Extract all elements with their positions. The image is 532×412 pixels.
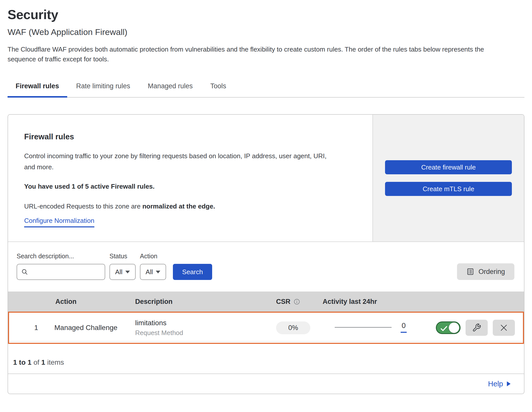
summary-total: 1	[41, 358, 45, 366]
hero-info: Firewall rules Control incoming traffic …	[8, 115, 372, 241]
hero-description: Control incoming traffic to your zone by…	[24, 150, 336, 173]
activity-count-link[interactable]: 0	[401, 321, 407, 333]
table-header: Action Description CSR Activity last 24h…	[8, 292, 524, 312]
normalization-bold: normalized at the edge.	[142, 202, 215, 210]
chevron-down-icon	[156, 271, 160, 273]
action-label: Action	[140, 253, 166, 260]
status-group: Status All	[109, 253, 136, 280]
rules-tab-bar: Firewall rules Rate limiting rules Manag…	[8, 79, 524, 98]
filter-bar: Search description... Status All	[8, 242, 524, 292]
hero-heading: Firewall rules	[24, 132, 350, 141]
header-action: Action	[48, 298, 135, 306]
delete-rule-button[interactable]	[493, 320, 515, 336]
rule-activity: 0	[323, 321, 428, 334]
action-select-value: All	[146, 268, 153, 276]
ordering-button[interactable]: Ordering	[457, 263, 514, 280]
help-link-label: Help	[488, 380, 503, 388]
rule-description: limitations Request Method	[135, 319, 276, 337]
page-title: Security	[8, 7, 524, 22]
tab-firewall-rules[interactable]: Firewall rules	[8, 79, 67, 97]
rules-usage-text: You have used 1 of 5 active Firewall rul…	[24, 183, 350, 190]
create-mtls-rule-button[interactable]: Create mTLS rule	[385, 182, 512, 196]
ordering-button-label: Ordering	[478, 268, 505, 276]
summary-of: of	[33, 358, 39, 366]
rule-controls	[428, 320, 523, 336]
search-box	[17, 264, 105, 280]
search-label: Search description...	[17, 253, 105, 260]
chevron-right-icon	[507, 381, 511, 387]
header-description: Description	[135, 298, 276, 306]
rule-enabled-toggle[interactable]	[436, 321, 461, 334]
toggle-knob	[449, 322, 459, 333]
rule-description-name[interactable]: limitations	[135, 319, 276, 327]
search-input[interactable]	[31, 265, 112, 279]
page-description: The Cloudflare WAF provides both automat…	[8, 45, 506, 64]
header-activity: Activity last 24hr	[323, 298, 428, 306]
tab-managed-rules[interactable]: Managed rules	[148, 79, 193, 97]
summary-items: items	[47, 358, 64, 366]
normalization-prefix: URL-encoded Requests to this zone are	[24, 202, 142, 210]
header-csr: CSR	[276, 298, 323, 306]
status-select-value: All	[115, 268, 123, 276]
table-summary: 1 to 1 of 1 items	[8, 344, 524, 374]
search-icon	[21, 268, 28, 275]
rule-priority: 1	[9, 324, 48, 332]
ordering-list-icon	[466, 268, 474, 276]
rule-action: Managed Challenge	[48, 324, 135, 332]
table-row: 1 Managed Challenge limitations Request …	[8, 312, 524, 344]
card-footer: Help	[8, 374, 524, 394]
chevron-down-icon	[125, 271, 130, 273]
tab-rate-limiting-rules[interactable]: Rate limiting rules	[76, 79, 130, 97]
rule-csr: 0%	[276, 321, 323, 334]
csr-badge: 0%	[276, 321, 310, 334]
rule-description-field: Request Method	[135, 329, 276, 337]
firewall-rules-hero: Firewall rules Control incoming traffic …	[8, 115, 524, 242]
status-select[interactable]: All	[109, 264, 136, 280]
info-icon[interactable]	[293, 298, 300, 305]
normalization-text: URL-encoded Requests to this zone are no…	[24, 202, 350, 210]
action-select[interactable]: All	[140, 264, 166, 280]
search-button[interactable]: Search	[173, 264, 212, 280]
check-icon	[440, 325, 448, 333]
help-link[interactable]: Help	[488, 380, 511, 388]
security-waf-page: Security WAF (Web Application Firewall) …	[0, 0, 532, 394]
page-subtitle: WAF (Web Application Firewall)	[8, 27, 524, 37]
action-group: Action All	[140, 253, 166, 280]
close-icon	[500, 324, 508, 332]
edit-rule-button[interactable]	[466, 320, 488, 336]
header-csr-label: CSR	[276, 298, 290, 306]
create-firewall-rule-button[interactable]: Create firewall rule	[385, 160, 512, 174]
firewall-rules-card: Firewall rules Control incoming traffic …	[8, 114, 524, 394]
summary-range: 1 to 1	[13, 358, 31, 366]
search-group: Search description...	[17, 253, 105, 280]
hero-actions-panel: Create firewall rule Create mTLS rule	[372, 115, 524, 241]
tab-tools[interactable]: Tools	[210, 79, 226, 97]
status-label: Status	[109, 253, 136, 260]
activity-sparkline	[335, 327, 392, 328]
wrench-icon	[472, 323, 481, 332]
configure-normalization-link[interactable]: Configure Normalization	[24, 217, 94, 227]
